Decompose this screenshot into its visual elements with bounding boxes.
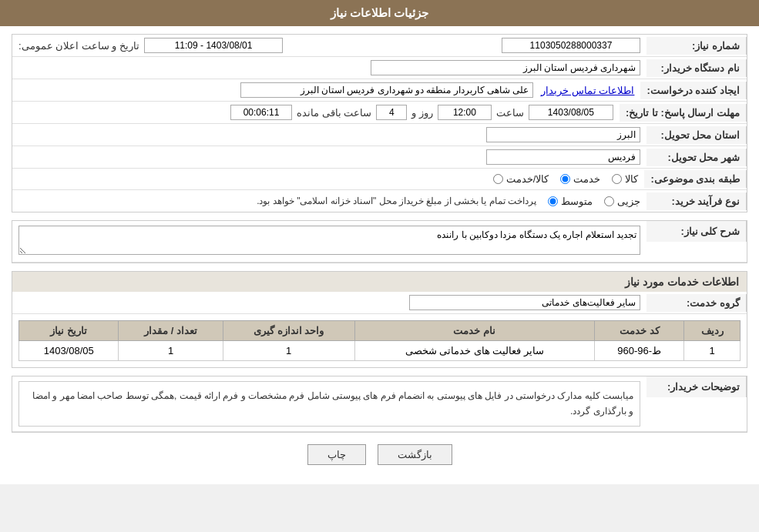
buyer-notes-label: توضیحات خریدار: xyxy=(646,376,747,397)
cell-code: ط-96-960 xyxy=(594,341,683,361)
info-section: شماره نیاز: تاریخ و ساعت اعلان عمومی: نا… xyxy=(12,34,747,212)
need-number-input[interactable] xyxy=(502,38,640,53)
row-creator: ایجاد کننده درخواست: اطلاعات تماس خریدار xyxy=(12,79,747,102)
announce-datetime-input[interactable] xyxy=(144,38,283,53)
category-label: طبقه بندی موضوعی: xyxy=(644,170,747,188)
category-value: کالا خدمت کالا/خدمت xyxy=(12,170,644,188)
row-service-group: گروه خدمت: xyxy=(12,292,747,314)
row-city: شهر محل تحویل: xyxy=(12,146,747,169)
service-group-label: گروه خدمت: xyxy=(646,294,747,312)
need-desc-textarea[interactable]: تجدید استعلام اجاره یک دستگاه مزدا دوکاب… xyxy=(18,226,640,255)
need-desc-value: تجدید استعلام اجاره یک دستگاه مزدا دوکاب… xyxy=(12,221,646,262)
creator-label: ایجاد کننده درخواست: xyxy=(640,82,747,99)
radio-khadamat: خدمت xyxy=(560,173,600,185)
city-label: شهر محل تحویل: xyxy=(646,149,747,166)
need-desc-label: شرح کلی نیاز: xyxy=(646,221,747,242)
radio-mottaset-input[interactable] xyxy=(548,196,558,206)
page-wrapper: جزئیات اطلاعات نیاز شماره نیاز: تاریخ و … xyxy=(0,0,759,484)
response-time-label: ساعت xyxy=(496,107,524,119)
main-content: شماره نیاز: تاریخ و ساعت اعلان عمومی: نا… xyxy=(0,26,759,484)
province-input[interactable] xyxy=(486,127,640,142)
services-table: ردیف کد خدمت نام خدمت واحد اندازه گیری ت… xyxy=(18,320,741,361)
col-row: ردیف xyxy=(684,321,741,341)
province-value xyxy=(12,124,646,146)
cell-name: سایر فعالیت های خدماتی شخصی xyxy=(354,341,594,361)
province-label: استان محل تحویل: xyxy=(646,126,747,144)
creator-name-input[interactable] xyxy=(240,82,533,98)
purchase-type-label: نوع فرآیند خرید: xyxy=(646,192,747,210)
radio-kala-khadamat-label: کالا/خدمت xyxy=(506,173,549,185)
col-unit: واحد اندازه گیری xyxy=(223,321,354,341)
services-section-label: اطلاعات خدمات مورد نیاز xyxy=(625,276,739,288)
creator-value: اطلاعات تماس خریدار xyxy=(12,79,640,101)
row-need-number: شماره نیاز: تاریخ و ساعت اعلان عمومی: xyxy=(12,35,747,57)
need-desc-row: شرح کلی نیاز: تجدید استعلام اجاره یک دست… xyxy=(12,221,747,263)
response-remaining-input[interactable] xyxy=(230,105,292,120)
cell-row: 1 xyxy=(684,341,741,361)
response-days-input[interactable] xyxy=(376,105,407,120)
creator-link[interactable]: اطلاعات تماس خریدار xyxy=(541,85,634,96)
buyer-org-input[interactable] xyxy=(371,60,640,75)
buyer-org-value xyxy=(12,57,646,79)
radio-kala-khadamat: کالا/خدمت xyxy=(493,173,549,185)
radio-khadamat-label: خدمت xyxy=(573,173,600,185)
radio-jazee: جزیی xyxy=(604,196,640,207)
table-row: 1 ط-96-960 سایر فعالیت های خدماتی شخصی 1… xyxy=(19,341,741,361)
col-date: تاریخ نیاز xyxy=(19,321,119,341)
col-name: نام خدمت xyxy=(354,321,594,341)
row-buyer-org: نام دستگاه خریدار: xyxy=(12,57,747,79)
purchase-note: پرداخت تمام یا بخشی از مبلغ خریداز محل "… xyxy=(257,196,536,206)
buyer-notes-section: توضیحات خریدار: میابست کلیه مدارک درخواس… xyxy=(12,376,747,433)
page-title: جزئیات اطلاعات نیاز xyxy=(331,6,428,19)
response-deadline-value: ساعت روز و ساعت باقی مانده xyxy=(12,102,620,123)
need-desc-section: شرح کلی نیاز: تجدید استعلام اجاره یک دست… xyxy=(12,220,747,263)
need-number-label: شماره نیاز: xyxy=(646,37,747,55)
response-time-input[interactable] xyxy=(438,105,492,120)
radio-mottaset-label: متوسط xyxy=(561,196,593,207)
row-purchase-type: نوع فرآیند خرید: جزیی متوسط xyxy=(12,190,747,212)
response-date-input[interactable] xyxy=(529,105,613,120)
buyer-notes-box: میابست کلیه مدارک درخواستی در فایل های پ… xyxy=(18,381,640,427)
buyer-notes-row: توضیحات خریدار: میابست کلیه مدارک درخواس… xyxy=(12,376,747,432)
button-row: بازگشت چاپ xyxy=(12,444,747,465)
cell-qty: 1 xyxy=(119,341,223,361)
radio-kala-khadamat-input[interactable] xyxy=(493,174,503,184)
service-group-value xyxy=(12,292,646,313)
city-input[interactable] xyxy=(486,149,640,165)
back-button[interactable]: بازگشت xyxy=(378,444,452,465)
radio-kala-label: کالا xyxy=(625,173,638,185)
radio-kala: کالا xyxy=(612,173,638,185)
radio-jazee-input[interactable] xyxy=(604,196,614,206)
announce-datetime-wrapper: تاریخ و ساعت اعلان عمومی: xyxy=(12,35,330,56)
purchase-type-value: جزیی متوسط پرداخت تمام یا بخشی از مبلغ خ… xyxy=(12,192,646,210)
row-province: استان محل تحویل: xyxy=(12,124,747,146)
response-deadline-label: مهلت ارسال پاسخ: تا تاریخ: xyxy=(620,104,747,122)
radio-jazee-label: جزیی xyxy=(617,196,640,207)
buyer-org-label: نام دستگاه خریدار: xyxy=(646,59,747,77)
row-response-deadline: مهلت ارسال پاسخ: تا تاریخ: ساعت روز و سا… xyxy=(12,102,747,124)
row-category: طبقه بندی موضوعی: کالا خدمت کالا/خدمت xyxy=(12,169,747,190)
service-group-input[interactable] xyxy=(409,295,640,310)
cell-date: 1403/08/05 xyxy=(19,341,119,361)
services-section-header: اطلاعات خدمات مورد نیاز xyxy=(12,271,747,292)
need-number-value xyxy=(330,35,647,56)
city-value xyxy=(12,146,646,168)
announce-datetime-label: تاریخ و ساعت اعلان عمومی: xyxy=(18,40,139,52)
page-header: جزئیات اطلاعات نیاز xyxy=(0,0,759,26)
services-table-wrapper: ردیف کد خدمت نام خدمت واحد اندازه گیری ت… xyxy=(12,314,747,367)
buyer-notes-value: میابست کلیه مدارک درخواستی در فایل های پ… xyxy=(12,376,646,431)
response-days-label: روز و xyxy=(411,107,433,119)
response-remaining-label: ساعت باقی مانده xyxy=(297,107,371,119)
radio-mottaset: متوسط xyxy=(548,196,593,207)
col-qty: تعداد / مقدار xyxy=(119,321,223,341)
services-section: گروه خدمت: ردیف کد خدمت نام خدمت واحد ان… xyxy=(12,292,747,368)
print-button[interactable]: چاپ xyxy=(307,444,366,465)
cell-unit: 1 xyxy=(223,341,354,361)
radio-kala-input[interactable] xyxy=(612,174,622,184)
radio-khadamat-input[interactable] xyxy=(560,174,570,184)
col-code: کد خدمت xyxy=(594,321,683,341)
buyer-notes-text: میابست کلیه مدارک درخواستی در فایل های پ… xyxy=(32,390,633,417)
